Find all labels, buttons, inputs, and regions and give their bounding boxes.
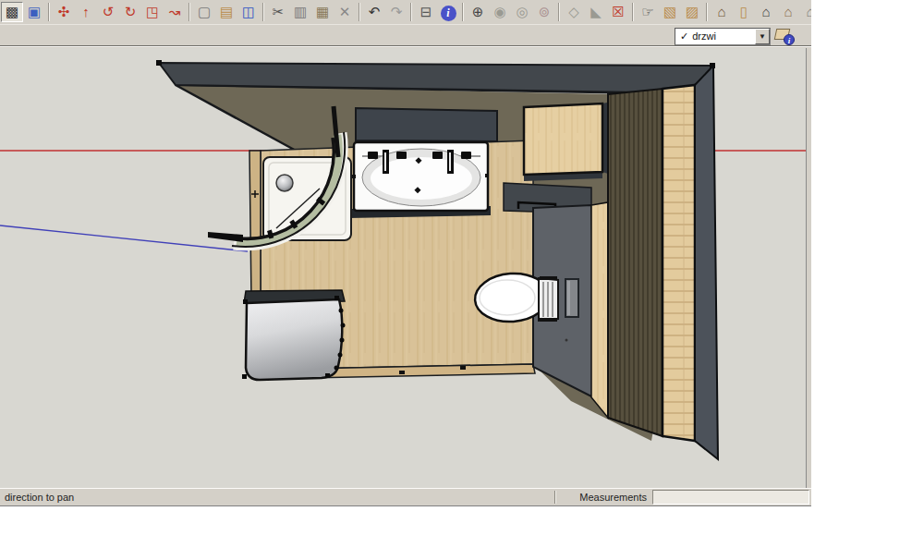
model-viewport[interactable] — [0, 48, 807, 488]
toggle-terrain-button[interactable]: ◉ — [489, 2, 511, 22]
layer-visible-checkmark: ✓ — [675, 30, 692, 43]
scissors-icon: ✂ — [273, 2, 285, 21]
sink-unit[interactable] — [348, 142, 491, 218]
photo-globe-icon: ◎ — [516, 2, 528, 21]
toolbar-groove — [0, 45, 811, 47]
x-delete-icon: ✕ — [339, 2, 351, 21]
new-file-button[interactable]: ▢ — [193, 2, 215, 22]
copy-button[interactable]: ▥ — [289, 2, 311, 22]
iso-house-icon: ⌂ — [717, 2, 725, 21]
undo-arrow-icon: ↶ — [369, 2, 381, 21]
measurements-label: Measurements — [556, 489, 652, 505]
face-style-shaded-button[interactable]: ▣ — [23, 2, 45, 22]
wall-cabinet[interactable] — [524, 102, 611, 181]
toolbar-separator — [706, 3, 708, 21]
paint-box-icon: ▨ — [686, 2, 699, 21]
bathroom-scene[interactable] — [0, 48, 806, 487]
clipboard-icon: ▦ — [316, 2, 329, 21]
redo-arrow-icon: ↷ — [391, 2, 403, 21]
wall-dot — [565, 339, 568, 342]
orbit-icon: ✣ — [58, 2, 70, 21]
edge-mark — [460, 366, 466, 370]
open-file-button[interactable]: ▤ — [215, 2, 237, 22]
info-circle-icon: i — [441, 6, 456, 21]
redo-button[interactable]: ↷ — [385, 2, 407, 22]
toolbar-separator — [359, 3, 360, 21]
turn-arrow-icon: ↻ — [125, 2, 137, 21]
status-hint-text: direction to pan — [0, 489, 554, 505]
paste-button[interactable]: ▦ — [311, 2, 334, 22]
side-box-icon: ▯ — [740, 2, 748, 21]
view-top-button[interactable]: ⌂ — [777, 2, 799, 22]
edge-mark — [485, 174, 489, 177]
save-file-button[interactable]: ◫ — [237, 2, 260, 22]
rotate-icon: ↺ — [103, 2, 115, 21]
shower-drain[interactable] — [276, 175, 293, 191]
view-back-button[interactable]: ⌂ — [799, 2, 811, 22]
terrain-globe-icon: ◉ — [493, 2, 505, 21]
face-style-textured-button[interactable]: ▩ — [1, 2, 23, 22]
textured-cube-icon: ▩ — [6, 3, 18, 20]
add-location-button[interactable]: ⊕ — [467, 2, 489, 22]
rotate-button[interactable]: ↺ — [97, 2, 119, 22]
layer-combobox[interactable]: ✓ drzwi ▼ — [675, 28, 771, 45]
raise-button[interactable]: ↑ — [75, 2, 97, 22]
page-arrow-icon: ◳ — [146, 2, 159, 21]
door-louver-panel[interactable] — [608, 89, 663, 436]
look-around-button[interactable]: ↝ — [164, 2, 186, 22]
layer-dropdown-button[interactable]: ▼ — [755, 29, 770, 44]
floppy-disk-icon: ◫ — [242, 2, 255, 21]
fog-wedge-icon: ◣ — [590, 2, 602, 21]
edge-mark — [352, 175, 356, 178]
toolbar-separator — [262, 3, 264, 21]
shadow-plane-icon: ◇ — [568, 2, 579, 21]
printer-icon: ⊟ — [420, 2, 432, 21]
film-camera-icon: ⊚ — [539, 2, 551, 21]
sketchup-window: ▩▣✣↑↺↻◳↝▢▤◫✂▥▦✕↶↷⊟i⊕◉◎⊚◇◣☒☞▧▨⌂▯⌂⌂⌂ ✓ drz… — [0, 0, 811, 506]
corner-handle — [156, 60, 162, 66]
view-side-button[interactable]: ▯ — [733, 2, 755, 22]
flip-page-button[interactable]: ◳ — [141, 2, 164, 22]
layers-toolbar: ✓ drzwi ▼ i — [0, 24, 811, 45]
model-info-button[interactable]: i — [437, 2, 459, 22]
right-wall-outer-face[interactable] — [695, 66, 718, 459]
shadow-button[interactable]: ◇ — [563, 2, 585, 22]
shaded-cube-icon: ▣ — [28, 2, 41, 21]
cancel-render-button[interactable]: ☒ — [607, 2, 629, 22]
cut-button[interactable]: ✂ — [267, 2, 289, 22]
undo-button[interactable]: ↶ — [363, 2, 385, 22]
measurements-value-box[interactable] — [652, 490, 809, 505]
toolbar-separator — [188, 3, 190, 21]
layer-info-icon: i — [784, 34, 795, 45]
print-button[interactable]: ⊟ — [415, 2, 437, 22]
washing-machine[interactable] — [242, 290, 346, 380]
turn-button[interactable]: ↻ — [119, 2, 141, 22]
toolbar-separator — [48, 3, 50, 21]
new-page-icon: ▢ — [198, 2, 211, 21]
view-front-button[interactable]: ⌂ — [755, 2, 777, 22]
mirror-recess[interactable] — [356, 108, 497, 141]
select-button[interactable]: ☞ — [637, 2, 659, 22]
toolbar-separator — [462, 3, 464, 21]
paint-button[interactable]: ▨ — [681, 2, 703, 22]
erase-button[interactable]: ✕ — [334, 2, 356, 22]
current-layer-name: drzwi — [692, 30, 755, 42]
red-up-arrow-icon: ↑ — [82, 2, 90, 21]
orbit-button[interactable]: ✣ — [53, 2, 75, 22]
copy-pages-icon: ▥ — [294, 2, 307, 21]
layer-manager-button[interactable]: i — [774, 27, 795, 45]
film-camera-button[interactable]: ⊚ — [533, 2, 555, 22]
crosshair-globe-icon: ⊕ — [472, 2, 484, 21]
view-iso-button[interactable]: ⌂ — [711, 2, 733, 22]
front-house-icon: ⌂ — [761, 2, 770, 21]
screenshot-root: ▩▣✣↑↺↻◳↝▢▤◫✂▥▦✕↶↷⊟i⊕◉◎⊚◇◣☒☞▧▨⌂▯⌂⌂⌂ ✓ drz… — [0, 0, 924, 560]
pointing-hand-icon: ☞ — [641, 2, 653, 21]
red-x-box-icon: ☒ — [612, 2, 624, 21]
photo-texture-button[interactable]: ◎ — [511, 2, 533, 22]
open-folder-icon: ▤ — [220, 2, 233, 21]
door-frame-strip[interactable] — [591, 202, 608, 418]
entry-door[interactable] — [663, 85, 695, 441]
component-button[interactable]: ▧ — [659, 2, 681, 22]
fog-button[interactable]: ◣ — [585, 2, 607, 22]
main-toolbar: ▩▣✣↑↺↻◳↝▢▤◫✂▥▦✕↶↷⊟i⊕◉◎⊚◇◣☒☞▧▨⌂▯⌂⌂⌂ — [0, 0, 811, 24]
